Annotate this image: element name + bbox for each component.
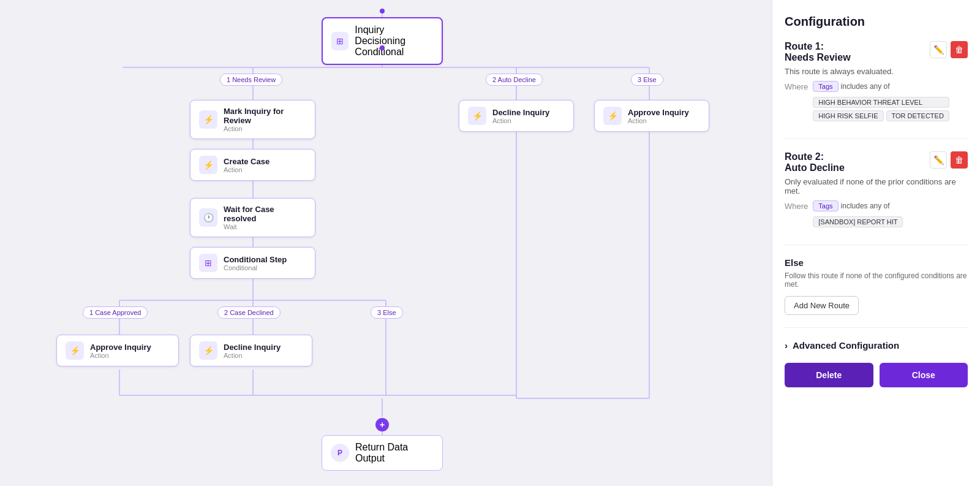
action-icon-6: ⚡	[603, 107, 622, 125]
else-title: Else	[785, 257, 968, 268]
route1-edit-button[interactable]: ✏️	[930, 41, 947, 58]
decline-inquiry-left-title: Decline Inquiry	[224, 343, 281, 352]
delete-button[interactable]: Delete	[785, 363, 873, 387]
route1-delete-button[interactable]: 🗑	[951, 41, 968, 58]
flow-canvas: ⊞ Inquiry Decisioning Conditional 1 Need…	[0, 0, 772, 486]
else-section: Else Follow this route if none of the co…	[785, 257, 968, 328]
configuration-sidebar: Configuration Route 1: Needs Review ✏️ 🗑…	[772, 0, 980, 486]
chevron-icon: ›	[785, 340, 788, 351]
return-data-node[interactable]: P Return Data Output	[322, 435, 443, 471]
connector-lines	[0, 0, 772, 486]
output-icon: P	[331, 444, 349, 462]
wait-case-sub: Wait	[224, 223, 306, 230]
wait-case-node[interactable]: 🕐 Wait for Case resolved Wait	[190, 198, 315, 237]
needs-review-badge: 1 Needs Review	[220, 74, 282, 86]
advanced-toggle[interactable]: › Advanced Configuration	[785, 340, 968, 351]
conditional-step-node[interactable]: ⊞ Conditional Step Conditional	[190, 247, 315, 279]
sidebar-title: Configuration	[785, 15, 968, 29]
create-case-title: Create Case	[224, 157, 270, 166]
route2-edit-button[interactable]: ✏️	[930, 151, 947, 169]
route1-tag-0: HIGH BEHAVIOR THREAT LEVEL	[813, 97, 949, 108]
route2-includes: includes any of	[841, 202, 890, 210]
bottom-actions: Delete Close	[785, 363, 968, 387]
top-dot	[380, 9, 385, 13]
approve-inquiry-right-sub: Action	[628, 117, 689, 124]
route1-tags-badge: Tags	[813, 81, 838, 92]
approve-inquiry-left-sub: Action	[90, 352, 151, 359]
return-data-sub: Output	[355, 453, 408, 464]
add-step-button[interactable]: +	[375, 418, 389, 431]
else-top-badge: 3 Else	[631, 74, 663, 86]
route2-title: Route 2: Auto Decline	[785, 151, 845, 173]
route2-delete-button[interactable]: 🗑	[951, 151, 968, 169]
route1-title: Route 1: Needs Review	[785, 41, 851, 63]
approve-inquiry-right-node[interactable]: ⚡ Approve Inquiry Action	[594, 100, 709, 132]
approve-inquiry-left-node[interactable]: ⚡ Approve Inquiry Action	[56, 335, 179, 366]
route2-where-label: Where	[785, 200, 808, 211]
approve-inquiry-right-title: Approve Inquiry	[628, 108, 689, 117]
decline-inquiry-left-node[interactable]: ⚡ Decline Inquiry Action	[190, 335, 312, 366]
route1-section: Route 1: Needs Review ✏️ 🗑 This route is…	[785, 41, 968, 139]
add-route-button[interactable]: Add New Route	[785, 296, 859, 315]
create-case-node[interactable]: ⚡ Create Case Action	[190, 149, 315, 181]
create-case-sub: Action	[224, 166, 270, 173]
auto-decline-badge: 2 Auto Decline	[486, 74, 543, 86]
conditional-icon-2: ⊞	[199, 254, 217, 272]
route2-tag-0: [SANDBOX] REPORT HIT	[813, 216, 903, 227]
advanced-section: › Advanced Configuration	[785, 340, 968, 351]
start-node-title: Inquiry Decisioning	[355, 25, 433, 47]
inquiry-decisioning-node[interactable]: ⊞ Inquiry Decisioning Conditional	[322, 17, 443, 65]
case-approved-badge: 1 Case Approved	[83, 306, 148, 319]
route1-where-label: Where	[785, 81, 808, 91]
route1-tag-2: TOR DETECTED	[886, 110, 949, 121]
action-icon-2: ⚡	[199, 156, 217, 174]
mark-inquiry-title: Mark Inquiry for Review	[224, 107, 306, 125]
return-data-title: Return Data	[355, 442, 408, 453]
start-node-sub: Conditional	[355, 47, 433, 58]
approve-inquiry-left-title: Approve Inquiry	[90, 343, 151, 352]
decline-inquiry-left-sub: Action	[224, 352, 281, 359]
start-node-bottom-dot	[380, 45, 385, 50]
wait-icon: 🕐	[199, 208, 217, 227]
route1-tag-1: HIGH RISK SELFIE	[813, 110, 883, 121]
else-bottom-badge: 3 Else	[371, 306, 403, 319]
route2-desc: Only evaluated if none of the prior cond…	[785, 177, 968, 196]
case-declined-badge: 2 Case Declined	[217, 306, 281, 319]
decline-inquiry-mid-sub: Action	[492, 117, 549, 124]
mark-inquiry-sub: Action	[224, 125, 306, 132]
conditional-step-sub: Conditional	[224, 264, 287, 271]
action-icon-3: ⚡	[66, 341, 84, 360]
action-icon-5: ⚡	[468, 107, 486, 125]
else-desc: Follow this route if none of the configu…	[785, 271, 968, 289]
wait-case-title: Wait for Case resolved	[224, 205, 306, 223]
close-button[interactable]: Close	[880, 363, 968, 387]
route1-desc: This route is always evaluated.	[785, 67, 968, 76]
route1-includes: includes any of	[841, 82, 890, 91]
action-icon-4: ⚡	[199, 341, 217, 360]
conditional-icon: ⊞	[331, 32, 349, 50]
decline-inquiry-mid-node[interactable]: ⚡ Decline Inquiry Action	[459, 100, 574, 132]
route2-tags-badge: Tags	[813, 200, 838, 211]
route1-where-row: Where Tags includes any of HIGH BEHAVIOR…	[785, 81, 968, 121]
decline-inquiry-mid-title: Decline Inquiry	[492, 108, 549, 117]
mark-inquiry-node[interactable]: ⚡ Mark Inquiry for Review Action	[190, 100, 315, 139]
route2-section: Route 2: Auto Decline ✏️ 🗑 Only evaluate…	[785, 151, 968, 245]
advanced-label: Advanced Configuration	[793, 340, 899, 351]
route2-where-row: Where Tags includes any of [SANDBOX] REP…	[785, 200, 968, 227]
conditional-step-title: Conditional Step	[224, 255, 287, 264]
action-icon-1: ⚡	[199, 110, 217, 129]
